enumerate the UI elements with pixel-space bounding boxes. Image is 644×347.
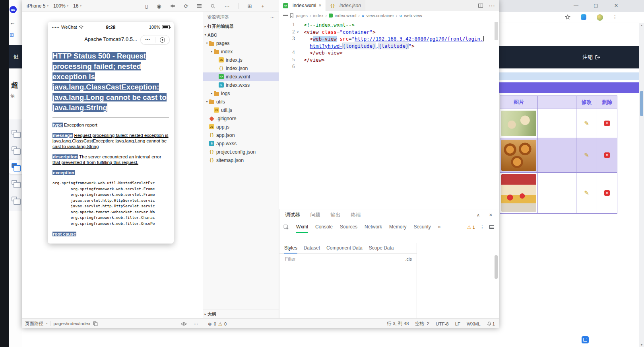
warning-badge[interactable]: ⚠1: [467, 224, 475, 230]
console-drawer-icon[interactable]: [489, 225, 494, 229]
devtools-tab-Security[interactable]: Security: [413, 221, 431, 233]
profile-avatar[interactable]: [597, 14, 603, 21]
delete-button[interactable]: ✕: [604, 152, 610, 158]
collapse-panel-icon[interactable]: ∧: [477, 212, 480, 218]
tree-item-index.wxss[interactable]: Sindex.wxss: [203, 81, 279, 89]
page-path-dropdown-icon[interactable]: ▾: [46, 322, 48, 325]
breadcrumb-item[interactable]: pages: [296, 13, 308, 18]
panel-tab-调试器[interactable]: 调试器: [285, 212, 300, 218]
project-section[interactable]: ▾ABC: [203, 31, 279, 39]
code-line[interactable]: 5</view>: [279, 57, 499, 64]
list-icon[interactable]: [197, 4, 202, 8]
panel-divider[interactable]: [417, 243, 417, 318]
code-line[interactable]: html?yhjwd={longitude},{latitude}">: [279, 43, 499, 50]
minimize-button[interactable]: —: [572, 3, 580, 8]
record-icon[interactable]: ◉: [157, 3, 161, 9]
active-menu-bar[interactable]: [499, 82, 639, 93]
outline-toggle-icon[interactable]: [283, 14, 288, 18]
back-arrow-icon[interactable]: ←: [10, 19, 16, 26]
devtools-tab-Memory[interactable]: Memory: [389, 221, 406, 233]
edit-icon[interactable]: ✎: [584, 152, 589, 159]
delete-button[interactable]: ✕: [604, 121, 610, 126]
editor-more-icon[interactable]: ⋯: [489, 2, 495, 10]
tree-item-util.js[interactable]: JSutil.js: [203, 106, 279, 114]
tree-item-index.json[interactable]: {}index.json: [203, 64, 279, 72]
explorer-more-icon[interactable]: ⋯: [270, 15, 275, 20]
tree-item-sitemap.json[interactable]: {}sitemap.json: [203, 156, 279, 164]
devtools-tab-Sources[interactable]: Sources: [340, 221, 357, 233]
notifications[interactable]: 1: [487, 322, 495, 326]
page-path-label[interactable]: 页面路径: [25, 321, 43, 327]
debugger-scrollbar-thumb[interactable]: [495, 255, 498, 279]
styles-tab-scope-data[interactable]: Scope Data: [369, 243, 394, 253]
copy-pages-icon[interactable]: [12, 197, 17, 201]
fold-indicator[interactable]: ∨: [295, 29, 301, 36]
apps-grid-icon[interactable]: ⊞: [10, 32, 14, 38]
devtools-tab-Wxml[interactable]: Wxml: [296, 221, 308, 233]
cursor-position[interactable]: 行 3, 列 48: [387, 321, 409, 327]
edit-icon[interactable]: ✎: [584, 189, 589, 197]
tree-item-logs[interactable]: ▸logs: [203, 89, 279, 97]
maximize-button[interactable]: ▢: [592, 3, 599, 8]
breadcrumb-item[interactable]: index.wxml: [335, 13, 356, 18]
code-area[interactable]: 1<!--index.wxml-->2∨<view class="contain…: [279, 20, 499, 70]
panel-tab-问题[interactable]: 问题: [310, 212, 320, 218]
breadcrumb-item[interactable]: web-view: [404, 13, 422, 18]
styles-tab-dataset[interactable]: Dataset: [304, 243, 320, 253]
breadcrumb-item[interactable]: view.container: [366, 13, 394, 18]
exit-target-button[interactable]: [155, 37, 170, 43]
inspect-element-icon[interactable]: [283, 224, 289, 230]
zoom-selector[interactable]: 100%▾: [53, 3, 68, 9]
plugin-icon[interactable]: ⊞: [247, 3, 252, 9]
styles-tab-component-data[interactable]: Component Data: [326, 243, 363, 253]
chevron-right-icon[interactable]: ▸: [209, 92, 214, 95]
edit-icon[interactable]: ✎: [584, 120, 589, 127]
panel-tab-终端[interactable]: 终端: [351, 212, 361, 218]
logout-button[interactable]: 注销: [582, 54, 600, 61]
tab-index-wxml[interactable]: <> index.wxml ✕: [279, 0, 326, 11]
tree-item-index.wxml[interactable]: <>index.wxml: [203, 72, 279, 81]
code-line[interactable]: 1<!--index.wxml-->: [279, 21, 499, 29]
menu-row-highlight[interactable]: [499, 72, 639, 80]
close-tab-icon[interactable]: ✕: [318, 4, 322, 8]
panel-tab-输出[interactable]: 输出: [331, 212, 341, 218]
filter-input[interactable]: [284, 256, 372, 262]
chevron-down-icon[interactable]: ▾: [205, 100, 209, 103]
copy-pages-icon[interactable]: [12, 146, 17, 151]
more-tabs-icon[interactable]: »: [438, 221, 441, 233]
delete-button[interactable]: ✕: [604, 190, 610, 196]
attach-icon[interactable]: ＋: [260, 3, 265, 9]
scroll-up-arrow[interactable]: ▲: [639, 24, 644, 27]
close-panel-icon[interactable]: ✕: [489, 212, 493, 218]
browser-scrollbar[interactable]: ▲ ▼: [639, 23, 644, 347]
compile-icon[interactable]: ⟳: [184, 3, 188, 9]
device-frame-icon[interactable]: ▯: [145, 3, 148, 9]
code-line[interactable]: 2∨<view class="container">: [279, 29, 499, 36]
device-selector[interactable]: iPhone 5▾: [27, 3, 48, 9]
language-mode[interactable]: WXML: [467, 322, 481, 326]
indent-info[interactable]: 空格: 2: [415, 321, 429, 327]
eol-label[interactable]: LF: [455, 322, 460, 326]
toolbar-more-icon[interactable]: ⋯: [224, 3, 229, 9]
floating-widget-icon[interactable]: [582, 336, 589, 343]
eye-icon[interactable]: [181, 322, 187, 326]
tree-item-utils[interactable]: ▾utils: [203, 97, 279, 106]
code-line[interactable]: 6: [279, 63, 499, 70]
close-button[interactable]: ✕: [613, 3, 620, 8]
tab-index-json[interactable]: {} index.json: [326, 0, 365, 11]
devtools-tab-Network[interactable]: Network: [365, 221, 382, 233]
chevron-down-icon[interactable]: ▾: [209, 50, 214, 53]
scrollbar-thumb[interactable]: [640, 91, 643, 116]
copy-pages-icon[interactable]: [12, 130, 17, 135]
chevron-down-icon[interactable]: ▾: [205, 41, 209, 45]
split-editor-icon[interactable]: [478, 4, 483, 8]
cls-button[interactable]: .cls: [405, 257, 412, 261]
statusbar-more-icon[interactable]: ⋯: [194, 321, 198, 327]
tree-item-pages[interactable]: ▾pages: [203, 39, 279, 47]
copy-pages-icon-selected[interactable]: [12, 163, 17, 168]
search-icon[interactable]: [210, 4, 215, 9]
devtools-menu-icon[interactable]: ⋮: [480, 224, 485, 230]
more-button[interactable]: •••: [141, 38, 155, 42]
tree-item-index[interactable]: ▾index: [203, 47, 279, 56]
outline-section[interactable]: ▸大纲: [203, 310, 279, 318]
